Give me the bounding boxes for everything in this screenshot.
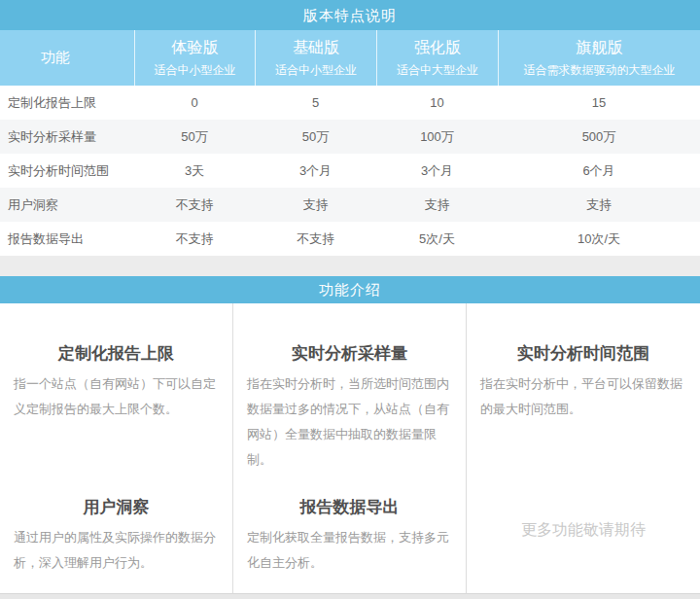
plan-subtitle: 适合中小型企业	[155, 62, 236, 79]
plan-header-flagship: 旗舰版 适合需求数据驱动的大型企业	[498, 30, 700, 86]
table-cell: 10	[376, 86, 498, 120]
card-report-data-export: 报告数据导出 定制化获取全量报告数据，支持多元化自主分析。	[233, 467, 467, 593]
card-description: 指一个站点（自有网站）下可以自定义定制报告的最大上限个数。	[14, 371, 219, 422]
table-cell: 不支持	[134, 222, 255, 256]
feature-column-header: 功能	[0, 30, 134, 86]
table-cell: 支持	[376, 188, 498, 222]
version-table-title: 版本特点说明	[303, 7, 397, 23]
card-custom-report-limit: 定制化报告上限 指一个站点（自有网站）下可以自定义定制报告的最大上限个数。	[0, 303, 233, 467]
card-realtime-sample-volume: 实时分析采样量 指在实时分析时，当所选时间范围内数据量过多的情况下，从站点（自有…	[233, 303, 467, 467]
table-row-custom-report-limit: 定制化报告上限 0 5 10 15	[0, 86, 700, 120]
table-cell: 50万	[255, 120, 376, 154]
card-description: 指在实时分析中，平台可以保留数据的最大时间范围。	[480, 371, 686, 422]
table-cell: 3天	[134, 154, 255, 188]
table-cell: 15	[498, 86, 700, 120]
feature-label: 用户洞察	[0, 188, 134, 222]
card-title: 实时分析采样量	[247, 342, 452, 365]
table-cell: 支持	[498, 188, 700, 222]
feature-intro-title: 功能介绍	[319, 281, 381, 298]
card-realtime-time-range: 实时分析时间范围 指在实时分析中，平台可以保留数据的最大时间范围。	[467, 303, 700, 467]
card-title: 用户洞察	[14, 496, 219, 518]
plan-name: 基础版	[293, 38, 339, 58]
plan-header-trial: 体验版 适合中小型企业	[134, 30, 255, 86]
feature-label: 报告数据导出	[0, 222, 134, 256]
table-row-realtime-time-range: 实时分析时间范围 3天 3个月 3个月 6个月	[0, 154, 700, 188]
card-description: 通过用户的属性及实际操作的数据分析，深入理解用户行为。	[14, 525, 219, 576]
table-cell: 0	[134, 86, 255, 120]
table-cell: 10次/天	[498, 222, 700, 256]
plan-subtitle: 适合中大型企业	[397, 62, 478, 79]
feature-label: 定制化报告上限	[0, 86, 134, 120]
table-cell: 100万	[376, 120, 498, 154]
table-row-realtime-sample-volume: 实时分析采样量 50万 50万 100万 500万	[0, 120, 700, 154]
card-description: 定制化获取全量报告数据，支持多元化自主分析。	[247, 525, 452, 576]
plan-header-row: 功能 体验版 适合中小型企业 基础版 适合中小型企业 强化版 适合中大型企业 旗…	[0, 30, 700, 86]
table-cell: 3个月	[255, 154, 376, 188]
table-cell: 50万	[134, 120, 255, 154]
version-table-title-bar: 版本特点说明	[0, 0, 700, 30]
table-cell: 500万	[498, 120, 700, 154]
card-user-insight: 用户洞察 通过用户的属性及实际操作的数据分析，深入理解用户行为。	[0, 467, 233, 593]
table-cell: 6个月	[498, 154, 700, 188]
more-features-placeholder: 更多功能敬请期待	[467, 467, 700, 593]
card-description: 指在实时分析时，当所选时间范围内数据量过多的情况下，从站点（自有网站）全量数据中…	[247, 371, 452, 473]
section-gap	[0, 256, 700, 276]
table-cell: 不支持	[134, 188, 255, 222]
table-cell: 5	[255, 86, 376, 120]
feature-intro-cards: 定制化报告上限 指一个站点（自有网站）下可以自定义定制报告的最大上限个数。 实时…	[0, 303, 700, 593]
feature-label: 实时分析采样量	[0, 120, 134, 154]
table-cell: 3个月	[376, 154, 498, 188]
table-cell: 5次/天	[376, 222, 498, 256]
feature-label: 实时分析时间范围	[0, 154, 134, 188]
table-row-user-insight: 用户洞察 不支持 支持 支持 支持	[0, 188, 700, 222]
plan-subtitle: 适合中小型企业	[275, 62, 357, 79]
plan-header-basic: 基础版 适合中小型企业	[255, 30, 376, 86]
bottom-strip	[0, 593, 700, 599]
table-cell: 支持	[255, 188, 376, 222]
plan-name: 强化版	[414, 38, 461, 58]
plan-name: 旗舰版	[577, 38, 623, 58]
plan-header-enhanced: 强化版 适合中大型企业	[376, 30, 498, 86]
table-row-report-data-export: 报告数据导出 不支持 不支持 5次/天 10次/天	[0, 222, 700, 256]
card-title: 报告数据导出	[247, 496, 452, 518]
plan-name: 体验版	[172, 38, 219, 58]
card-title: 定制化报告上限	[14, 342, 219, 365]
pricing-feature-page: 版本特点说明 功能 体验版 适合中小型企业 基础版 适合中小型企业 强化版 适合…	[0, 0, 700, 599]
plan-subtitle: 适合需求数据驱动的大型企业	[524, 62, 676, 79]
feature-intro-title-bar: 功能介绍	[0, 276, 700, 303]
more-features-text: 更多功能敬请期待	[521, 520, 646, 541]
table-cell: 不支持	[255, 222, 376, 256]
card-title: 实时分析时间范围	[480, 342, 686, 365]
